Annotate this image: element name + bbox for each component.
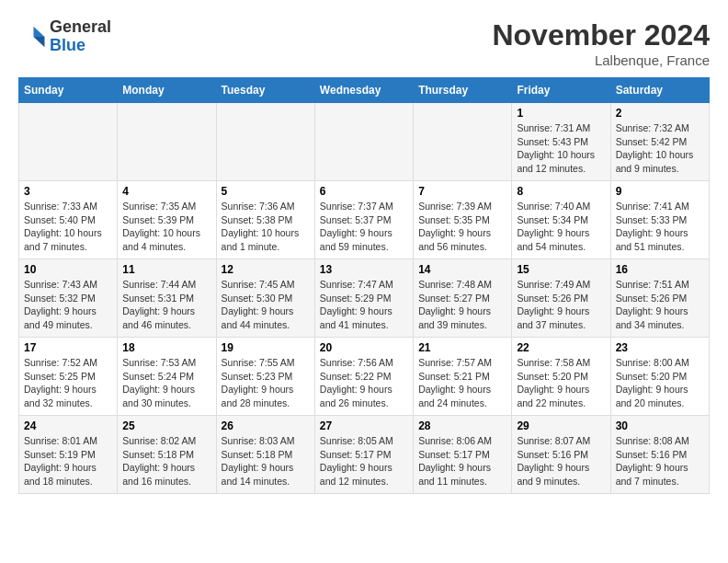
day-info: Sunrise: 7:33 AMSunset: 5:40 PMDaylight:… xyxy=(24,200,112,254)
day-info: Sunrise: 8:03 AMSunset: 5:18 PMDaylight:… xyxy=(222,434,310,488)
weekday-header-sunday: Sunday xyxy=(19,78,118,103)
calendar-cell: 8Sunrise: 7:40 AMSunset: 5:34 PMDaylight… xyxy=(512,181,610,259)
calendar-cell xyxy=(414,103,512,181)
day-info: Sunrise: 7:43 AMSunset: 5:32 PMDaylight:… xyxy=(24,278,112,332)
day-info: Sunrise: 7:55 AMSunset: 5:23 PMDaylight:… xyxy=(222,356,310,410)
calendar-week-row: 24Sunrise: 8:01 AMSunset: 5:19 PMDayligh… xyxy=(19,416,710,494)
day-number: 16 xyxy=(616,263,704,276)
weekday-header-tuesday: Tuesday xyxy=(216,78,314,103)
day-info: Sunrise: 8:05 AMSunset: 5:17 PMDaylight:… xyxy=(320,434,408,488)
day-info: Sunrise: 8:02 AMSunset: 5:18 PMDaylight:… xyxy=(122,434,210,488)
weekday-header-monday: Monday xyxy=(118,78,216,103)
calendar-cell: 25Sunrise: 8:02 AMSunset: 5:18 PMDayligh… xyxy=(118,416,216,494)
calendar-cell: 13Sunrise: 7:47 AMSunset: 5:29 PMDayligh… xyxy=(314,259,413,338)
calendar-cell: 22Sunrise: 7:58 AMSunset: 5:20 PMDayligh… xyxy=(512,338,610,416)
day-number: 8 xyxy=(517,185,605,198)
page-header: General Blue November 2024 Lalbenque, Fr… xyxy=(18,18,710,68)
day-info: Sunrise: 7:32 AMSunset: 5:42 PMDaylight:… xyxy=(616,121,704,176)
location: Lalbenque, France xyxy=(492,52,710,68)
day-number: 20 xyxy=(320,341,408,354)
calendar-cell: 29Sunrise: 8:07 AMSunset: 5:16 PMDayligh… xyxy=(512,416,610,494)
day-number: 10 xyxy=(24,263,112,276)
calendar-cell xyxy=(216,103,314,181)
weekday-header-friday: Friday xyxy=(512,78,610,103)
calendar-cell: 17Sunrise: 7:52 AMSunset: 5:25 PMDayligh… xyxy=(19,338,118,416)
day-number: 15 xyxy=(517,263,605,276)
day-info: Sunrise: 7:53 AMSunset: 5:24 PMDaylight:… xyxy=(122,356,210,410)
calendar-cell: 4Sunrise: 7:35 AMSunset: 5:39 PMDaylight… xyxy=(118,181,216,259)
day-info: Sunrise: 8:07 AMSunset: 5:16 PMDaylight:… xyxy=(517,434,605,488)
day-info: Sunrise: 7:45 AMSunset: 5:30 PMDaylight:… xyxy=(222,278,310,332)
day-number: 26 xyxy=(222,419,310,432)
calendar-cell: 3Sunrise: 7:33 AMSunset: 5:40 PMDaylight… xyxy=(19,181,118,259)
calendar-cell: 6Sunrise: 7:37 AMSunset: 5:37 PMDaylight… xyxy=(314,181,413,259)
calendar-cell: 15Sunrise: 7:49 AMSunset: 5:26 PMDayligh… xyxy=(512,259,610,338)
calendar-cell: 19Sunrise: 7:55 AMSunset: 5:23 PMDayligh… xyxy=(216,338,314,416)
day-number: 30 xyxy=(616,419,704,432)
day-info: Sunrise: 7:57 AMSunset: 5:21 PMDaylight:… xyxy=(418,356,506,410)
calendar-cell: 9Sunrise: 7:41 AMSunset: 5:33 PMDaylight… xyxy=(610,181,709,259)
day-number: 4 xyxy=(122,185,210,198)
day-info: Sunrise: 7:49 AMSunset: 5:26 PMDaylight:… xyxy=(517,278,605,332)
calendar-week-row: 10Sunrise: 7:43 AMSunset: 5:32 PMDayligh… xyxy=(19,259,710,338)
calendar-cell: 11Sunrise: 7:44 AMSunset: 5:31 PMDayligh… xyxy=(118,259,216,338)
day-number: 24 xyxy=(24,419,112,432)
day-number: 18 xyxy=(122,341,210,354)
day-info: Sunrise: 8:06 AMSunset: 5:17 PMDaylight:… xyxy=(418,434,506,488)
day-number: 28 xyxy=(418,419,506,432)
day-info: Sunrise: 8:00 AMSunset: 5:20 PMDaylight:… xyxy=(616,356,704,410)
day-number: 13 xyxy=(320,263,408,276)
day-number: 2 xyxy=(616,107,704,120)
calendar-cell xyxy=(314,103,413,181)
weekday-header-saturday: Saturday xyxy=(610,78,709,103)
day-info: Sunrise: 7:44 AMSunset: 5:31 PMDaylight:… xyxy=(122,278,210,332)
day-number: 1 xyxy=(517,107,605,120)
day-number: 25 xyxy=(122,419,210,432)
day-number: 9 xyxy=(616,185,704,198)
day-info: Sunrise: 7:52 AMSunset: 5:25 PMDaylight:… xyxy=(24,356,112,410)
calendar-table: SundayMondayTuesdayWednesdayThursdayFrid… xyxy=(18,77,710,494)
day-number: 27 xyxy=(320,419,408,432)
day-number: 23 xyxy=(616,341,704,354)
logo: General Blue xyxy=(18,18,111,55)
day-info: Sunrise: 8:08 AMSunset: 5:16 PMDaylight:… xyxy=(616,434,704,488)
calendar-cell: 30Sunrise: 8:08 AMSunset: 5:16 PMDayligh… xyxy=(610,416,709,494)
day-number: 3 xyxy=(24,185,112,198)
day-info: Sunrise: 7:36 AMSunset: 5:38 PMDaylight:… xyxy=(222,200,310,254)
day-number: 5 xyxy=(222,185,310,198)
day-info: Sunrise: 7:47 AMSunset: 5:29 PMDaylight:… xyxy=(320,278,408,332)
day-info: Sunrise: 7:41 AMSunset: 5:33 PMDaylight:… xyxy=(616,200,704,254)
title-section: November 2024 Lalbenque, France xyxy=(492,18,710,68)
calendar-cell: 16Sunrise: 7:51 AMSunset: 5:26 PMDayligh… xyxy=(610,259,709,338)
calendar-cell: 27Sunrise: 8:05 AMSunset: 5:17 PMDayligh… xyxy=(314,416,413,494)
day-info: Sunrise: 7:48 AMSunset: 5:27 PMDaylight:… xyxy=(418,278,506,332)
weekday-header-thursday: Thursday xyxy=(414,78,512,103)
calendar-cell xyxy=(19,103,118,181)
day-number: 12 xyxy=(222,263,310,276)
calendar-cell: 14Sunrise: 7:48 AMSunset: 5:27 PMDayligh… xyxy=(414,259,512,338)
calendar-cell: 12Sunrise: 7:45 AMSunset: 5:30 PMDayligh… xyxy=(216,259,314,338)
calendar-cell: 7Sunrise: 7:39 AMSunset: 5:35 PMDaylight… xyxy=(414,181,512,259)
day-info: Sunrise: 8:01 AMSunset: 5:19 PMDaylight:… xyxy=(24,434,112,488)
calendar-cell: 5Sunrise: 7:36 AMSunset: 5:38 PMDaylight… xyxy=(216,181,314,259)
svg-marker-0 xyxy=(34,27,45,37)
calendar-cell: 10Sunrise: 7:43 AMSunset: 5:32 PMDayligh… xyxy=(19,259,118,338)
weekday-header-wednesday: Wednesday xyxy=(314,78,413,103)
day-info: Sunrise: 7:56 AMSunset: 5:22 PMDaylight:… xyxy=(320,356,408,410)
day-info: Sunrise: 7:51 AMSunset: 5:26 PMDaylight:… xyxy=(616,278,704,332)
svg-marker-1 xyxy=(34,37,45,47)
calendar-cell: 2Sunrise: 7:32 AMSunset: 5:42 PMDaylight… xyxy=(610,103,709,181)
day-info: Sunrise: 7:58 AMSunset: 5:20 PMDaylight:… xyxy=(517,356,605,410)
calendar-cell: 24Sunrise: 8:01 AMSunset: 5:19 PMDayligh… xyxy=(19,416,118,494)
day-number: 29 xyxy=(517,419,605,432)
calendar-week-row: 3Sunrise: 7:33 AMSunset: 5:40 PMDaylight… xyxy=(19,181,710,259)
calendar-cell: 23Sunrise: 8:00 AMSunset: 5:20 PMDayligh… xyxy=(610,338,709,416)
day-info: Sunrise: 7:37 AMSunset: 5:37 PMDaylight:… xyxy=(320,200,408,254)
calendar-cell: 21Sunrise: 7:57 AMSunset: 5:21 PMDayligh… xyxy=(414,338,512,416)
day-info: Sunrise: 7:31 AMSunset: 5:43 PMDaylight:… xyxy=(517,121,605,176)
day-number: 21 xyxy=(418,341,506,354)
day-number: 17 xyxy=(24,341,112,354)
logo-icon xyxy=(18,23,46,51)
calendar-week-row: 1Sunrise: 7:31 AMSunset: 5:43 PMDaylight… xyxy=(19,103,710,181)
calendar-cell: 1Sunrise: 7:31 AMSunset: 5:43 PMDaylight… xyxy=(512,103,610,181)
